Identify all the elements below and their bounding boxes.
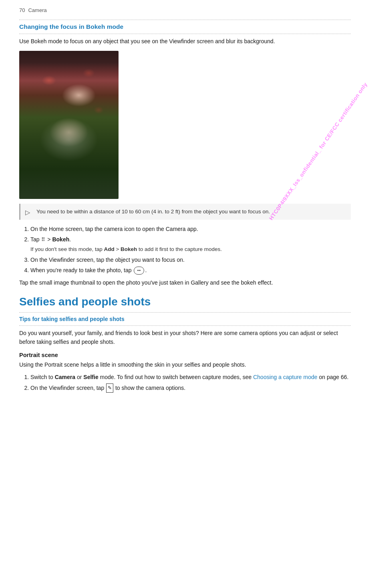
page-container: HTC0P4I9XXX_Iss_onfidential_ for CE/FCC … — [0, 0, 370, 588]
bokeh-steps: On the Home screen, tap the camera icon … — [30, 225, 351, 275]
watermark-text: HTC0P4I9XXX_Iss_onfidential_ for CE/FCC … — [268, 81, 368, 221]
portrait-steps: Switch to Camera or Selfie mode. To find… — [30, 373, 351, 393]
portrait-label: Portrait scene — [19, 352, 351, 358]
step-2: Tap ⠿ > Bokeh. If you don't see this mod… — [30, 235, 351, 253]
selfies-sub-divider — [19, 325, 351, 326]
bokeh-bold: Bokeh — [52, 236, 69, 243]
selfies-large-heading: Selfies and people shots — [19, 295, 351, 308]
bokeh-photo — [19, 51, 119, 199]
page-chapter: Camera — [28, 7, 46, 13]
grid-icon: ⠿ — [41, 236, 45, 244]
menu-icon: ✎ — [106, 383, 113, 393]
bokeh-photo-inner — [19, 51, 119, 199]
selfies-divider — [19, 312, 351, 313]
portrait-step-2-text: On the Viewfinder screen, tap ✎ to show … — [30, 385, 185, 391]
bokeh-heading: Changing the focus in Bokeh mode — [19, 23, 351, 30]
note-icon: ▷ — [25, 208, 32, 215]
step-3-text: On the Viewfinder screen, tap the object… — [30, 257, 185, 263]
step-1-text: On the Home screen, tap the camera icon … — [30, 226, 198, 232]
step-4-text: When you're ready to take the photo, tap… — [30, 267, 147, 273]
bokeh-outro: Tap the small image thumbnail to open th… — [19, 279, 351, 287]
page-number: 70 — [19, 7, 25, 13]
portrait-step-2: On the Viewfinder screen, tap ✎ to show … — [30, 383, 351, 393]
portrait-text: Using the Portrait scene helps a little … — [19, 361, 351, 369]
choosing-link[interactable]: Choosing a capture mode — [253, 374, 317, 380]
selfies-intro: Do you want yourself, your family, and f… — [19, 329, 351, 346]
step-4: When you're ready to take the photo, tap… — [30, 266, 351, 275]
heading-divider — [19, 34, 351, 34]
shutter-icon: •• — [134, 267, 144, 275]
portrait-step-1-text: Switch to Camera or Selfie mode. To find… — [30, 374, 348, 380]
step-2-sub: If you don't see this mode, tap Add > Bo… — [30, 245, 351, 254]
note-text: You need to be within a distance of 10 t… — [36, 209, 270, 215]
top-divider — [19, 20, 351, 20]
selfies-subheading: Tips for taking selfies and people shots — [19, 316, 351, 322]
step-2-text: Tap ⠿ > Bokeh. — [30, 236, 71, 243]
page-header: 70 Camera — [19, 7, 351, 13]
bokeh-intro: Use Bokeh mode to focus on any object th… — [19, 37, 351, 46]
step-3: On the Viewfinder screen, tap the object… — [30, 255, 351, 264]
portrait-step-1: Switch to Camera or Selfie mode. To find… — [30, 373, 351, 381]
step-1: On the Home screen, tap the camera icon … — [30, 225, 351, 233]
note-box: ▷ You need to be within a distance of 10… — [19, 204, 351, 220]
